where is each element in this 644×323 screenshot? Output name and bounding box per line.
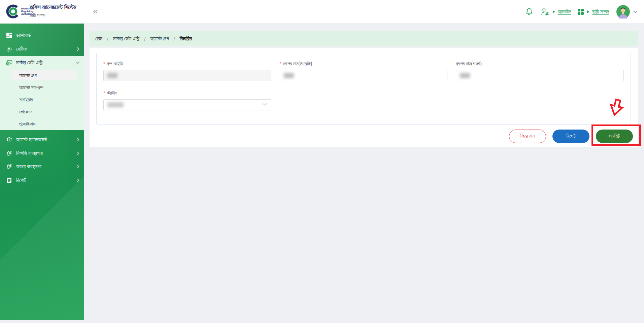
group-name-english-input[interactable]	[280, 70, 448, 81]
subitem-label: লোকেশন	[19, 109, 32, 115]
sidebar-item-asset-management[interactable]: অ্যাসেট ম্যানেজমেন্ট	[0, 133, 84, 146]
go-back-button[interactable]: ফিরে যান	[509, 130, 546, 143]
sidebar-item-disposal-management[interactable]: নিষ্পত্তি ব্যবস্থাপনা	[0, 146, 84, 160]
field-group-name-english: * গ্রুপের নাম(ইংরেজি)	[280, 60, 448, 81]
subitem-label: অ্যাসেট গ্রুপ	[19, 73, 37, 78]
module-link[interactable]: স্থায়ী সম্পদ	[592, 9, 609, 15]
group-name-bangla-input[interactable]	[456, 70, 624, 81]
app-titles: অফিস ম্যানেজমেন্ট সিস্টেম স্থায়ী সম্পদ	[30, 4, 76, 18]
user-switch-icon[interactable]	[541, 7, 550, 16]
sidebar-item-depreciation-management[interactable]: অবচয় ব্যবস্থাপনা	[0, 159, 84, 173]
details-panel: * গ্রুপ আইডি * গ্রুপের নাম(ইংরেজি) গ	[90, 48, 638, 147]
apps-grid-icon[interactable]	[577, 8, 584, 15]
sidebar-subitem-asset-sub-group[interactable]: অ্যাসেট সাব-গ্রুপ	[0, 81, 84, 94]
sidebar-item-label: নিষ্পত্তি ব্যবস্থাপনা	[16, 150, 43, 156]
form-row-2: * স্ট্যাটাস	[103, 89, 624, 110]
app-subtitle: স্থায়ী সম্পদ	[30, 12, 76, 18]
field-group-id: * গ্রুপ আইডি	[103, 60, 271, 81]
chevron-down-icon	[76, 61, 80, 64]
chevron-right-icon	[76, 165, 80, 169]
depreciation-icon	[6, 164, 12, 170]
chevron-right-icon	[76, 151, 80, 155]
sidebar-item-master-data-entry[interactable]: মাস্টার ডেটা এন্ট্রি	[0, 56, 84, 69]
header-right: অ্যাডমিন স্থায়ী সম্পদ	[525, 0, 638, 24]
sidebar-item-report[interactable]: রিপোর্ট	[0, 173, 84, 187]
sidebar: ড্যাশবোর্ড সেটিংস মাস্টার ডেটা এন্ট্রি	[0, 24, 84, 320]
breadcrumb-separator: /	[144, 36, 145, 42]
header: Microcredit Regulatory Authority অফিস ম্…	[0, 0, 644, 24]
field-label: * গ্রুপ আইডি	[103, 60, 271, 67]
dashboard-icon	[6, 32, 12, 38]
redacted-value	[460, 73, 470, 78]
subitem-label: অ্যাসেট সাব-গ্রুপ	[19, 85, 43, 91]
sidebar-item-dashboard[interactable]: ড্যাশবোর্ড	[0, 28, 84, 42]
form-actions: ফিরে যান রিসেট সাবমিট	[90, 125, 638, 147]
required-asterisk: *	[103, 61, 105, 66]
status-select[interactable]	[103, 99, 271, 110]
sidebar-item-label: অবচয় ব্যবস্থাপনা	[16, 164, 41, 170]
gear-icon	[6, 46, 12, 52]
redacted-value	[107, 73, 117, 78]
sidebar-item-settings[interactable]: সেটিংস	[0, 42, 84, 56]
breadcrumb-separator: /	[107, 36, 108, 42]
report-icon	[6, 177, 12, 183]
group-name-english-label: গ্রুপের নাম(ইংরেজি)	[283, 61, 312, 67]
subitem-label: প্রজেক্ট/ফান্ড	[19, 121, 36, 127]
breadcrumb: হোম / মাস্টার ডেটা এন্ট্রি / অ্যাসেট গ্র…	[90, 31, 638, 46]
asset-management-icon	[6, 137, 12, 143]
chevron-right-icon	[76, 178, 80, 182]
sidebar-item-label: অ্যাসেট ম্যানেজমেন্ট	[16, 137, 47, 143]
field-status: * স্ট্যাটাস	[103, 89, 271, 110]
redacted-value	[284, 73, 294, 78]
field-label: গ্রুপের নাম(বাংলা)	[456, 60, 624, 67]
chevron-right-icon	[76, 47, 80, 51]
master-data-icon	[6, 60, 12, 66]
redacted-value	[107, 102, 124, 107]
sidebar-subitem-location[interactable]: লোকেশন	[0, 106, 84, 118]
form-card: * গ্রুপ আইডি * গ্রুপের নাম(ইংরেজি) গ	[96, 53, 631, 125]
field-label: * গ্রুপের নাম(ইংরেজি)	[280, 60, 448, 67]
admin-link[interactable]: অ্যাডমিন	[558, 9, 571, 15]
required-asterisk: *	[103, 90, 105, 96]
sidebar-collapse-button[interactable]: «	[93, 6, 98, 16]
sidebar-section-master-data: মাস্টার ডেটা এন্ট্রি অ্যাসেট গ্রুপ অ্যাস…	[0, 56, 84, 130]
sidebar-item-label: রিপোর্ট	[16, 177, 26, 183]
breadcrumb-current-details: বিস্তারিত	[180, 36, 192, 42]
subitem-label: সাপ্লাইয়ার	[19, 97, 33, 103]
user-avatar[interactable]	[616, 5, 630, 19]
breadcrumb-home[interactable]: হোম	[95, 36, 102, 42]
select-chevron-down-icon	[262, 103, 267, 106]
field-group-name-bangla: গ্রুপের নাম(বাংলা)	[456, 60, 624, 81]
form-row-1: * গ্রুপ আইডি * গ্রুপের নাম(ইংরেজি) গ	[103, 60, 624, 81]
reset-button[interactable]: রিসেট	[552, 130, 589, 143]
status-label: স্ট্যাটাস	[107, 90, 117, 96]
group-name-bangla-label: গ্রুপের নাম(বাংলা)	[456, 61, 482, 67]
sidebar-subitem-supplier[interactable]: সাপ্লাইয়ার	[0, 94, 84, 106]
chevron-down-icon[interactable]	[633, 10, 638, 13]
breadcrumb-asset-group[interactable]: অ্যাসেট গ্রুপ	[150, 36, 169, 42]
submit-button[interactable]: সাবমিট	[596, 130, 633, 143]
breadcrumb-master-data-entry[interactable]: মাস্টার ডেটা এন্ট্রি	[113, 36, 139, 42]
group-id-label: গ্রুপ আইডি	[107, 61, 123, 67]
sidebar-item-label: সেটিংস	[16, 46, 27, 52]
group-id-input	[103, 70, 271, 81]
sidebar-item-label: ড্যাশবোর্ড	[16, 32, 31, 38]
caret-right-icon	[553, 10, 555, 13]
sidebar-subitem-project-fund[interactable]: প্রজেক্ট/ফান্ড	[0, 118, 84, 130]
app-title: অফিস ম্যানেজমেন্ট সিস্টেম	[30, 4, 76, 11]
breadcrumb-separator: /	[174, 36, 175, 42]
sidebar-subitem-asset-group[interactable]: অ্যাসেট গ্রুপ	[0, 69, 84, 81]
disposal-icon	[6, 150, 12, 156]
chevron-right-icon	[76, 138, 80, 142]
field-label: * স্ট্যাটাস	[103, 89, 271, 96]
sidebar-item-label: মাস্টার ডেটা এন্ট্রি	[16, 60, 42, 66]
caret-right-icon	[587, 10, 589, 13]
mra-logo-icon	[6, 4, 20, 19]
required-asterisk: *	[280, 61, 281, 66]
bell-icon[interactable]	[525, 7, 534, 16]
